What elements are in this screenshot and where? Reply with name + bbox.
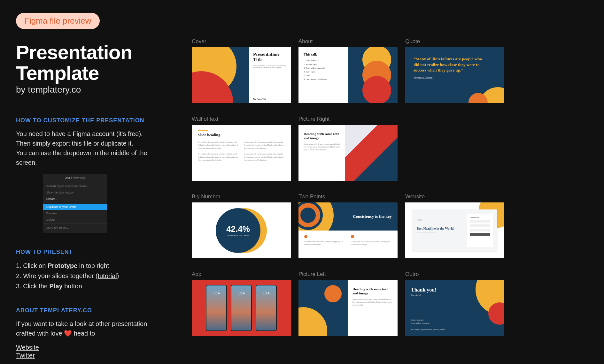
slide-website[interactable]: LOGO Best Headline in the World Try us f… [405,202,504,258]
slide-label-bn: Big Number [192,193,291,200]
slide-label-quote: Quote [405,38,504,45]
customize-p3: You can use the dropdown in the middle o… [16,149,147,166]
preview-badge: Figma file preview [16,13,100,29]
present-step-2: 2. Wire your slides together (tutorial) [16,271,163,281]
about-text: If you want to take a look at other pres… [16,319,163,338]
customize-p2: Then simply export this file or duplicat… [16,140,133,147]
slide-wall-of-text[interactable]: Slide heading Lorem ipsum dolor sit amet… [192,125,291,181]
page-title: Presentation Template [16,42,163,83]
slide-label-ws: Website [405,193,504,200]
present-step-1: 1. Click on Prototype in top right [16,261,163,271]
slide-label-wot: Wall of text [192,116,291,122]
slide-label-pl: Picture Left [298,271,398,277]
slide-big-number[interactable]: 42.4% User retention after 1 month [192,202,291,258]
slide-outro[interactable]: Thank you! Questions? Images: Unsplash F… [405,280,504,336]
slide-label-app: App [192,271,291,277]
slide-label-pr: Picture Right [298,116,398,122]
tutorial-link[interactable]: tutorial [98,272,117,279]
slide-label-tp: Two Points [298,193,398,200]
slide-label-about: About [298,38,398,45]
slide-quote[interactable]: “Many of life's failures are people who … [405,47,504,103]
slide-cover[interactable]: Presentation Title Lorem ipsum dolor sit… [192,47,291,103]
byline: by templatery.co [16,85,163,95]
slide-about[interactable]: This talk 1. Topic number 1 2. Another t… [298,47,398,103]
slide-label-ot: Outro [405,271,504,277]
section-customize-label: HOW TO CUSTOMIZE THE PRESENTATION [16,117,163,124]
slide-picture-left[interactable]: Heading with some text and image Lorem i… [298,280,398,336]
customize-p1: You need to have a Figma account (it's f… [16,130,143,137]
slide-app[interactable] [192,280,291,336]
slide-picture-right[interactable]: Heading with some text and image Lorem i… [298,125,398,181]
present-step-3: 3. Click the Play button [16,281,163,291]
website-link[interactable]: Website [16,344,163,351]
twitter-link[interactable]: Twitter [16,352,163,359]
slide-two-points[interactable]: Consistency is the key Lorem ipsum dolor… [298,202,398,258]
figma-menu-screenshot: Una ▾ View only Publish Styles and Compo… [43,174,107,233]
section-about-label: ABOUT TEMPLATERY.CO [16,307,163,314]
slide-label-cover: Cover [192,38,291,45]
section-present-label: HOW TO PRESENT [16,249,163,255]
